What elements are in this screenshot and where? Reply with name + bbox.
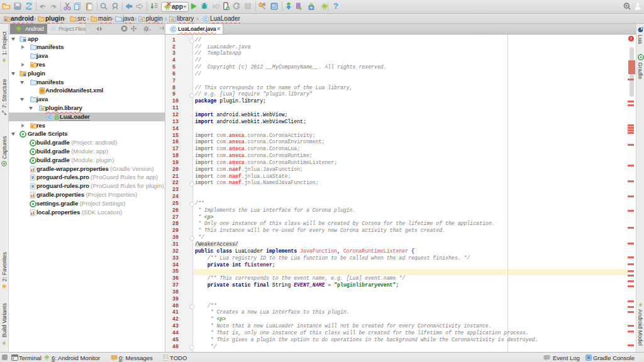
svg-text:C: C: [48, 114, 52, 120]
svg-text:C: C: [172, 27, 175, 31]
svg-text:C: C: [204, 17, 208, 21]
